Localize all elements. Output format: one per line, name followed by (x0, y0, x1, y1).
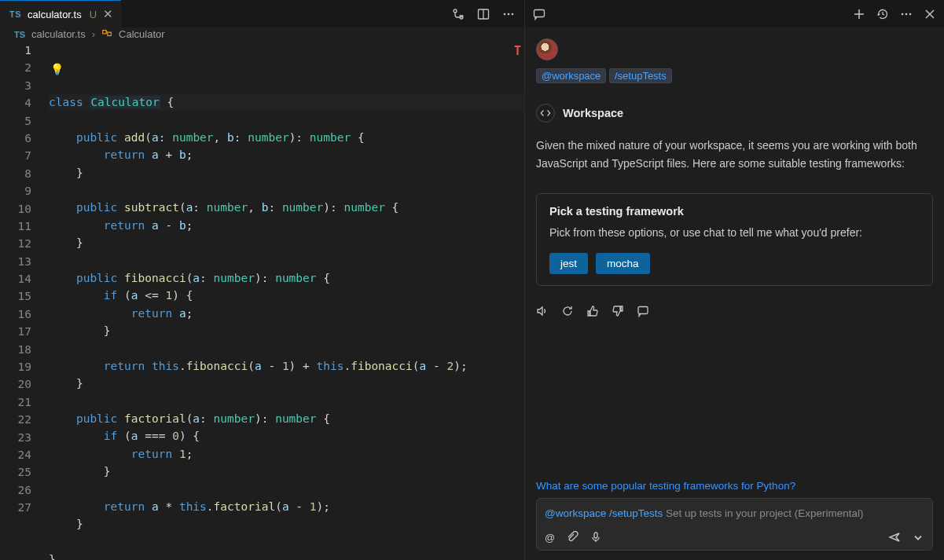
code-line[interactable]: if (a <= 1) { (49, 287, 524, 304)
lightbulb-icon[interactable]: 💡 (50, 60, 64, 78)
code-line[interactable]: return this.fibonacci(a - 1) + this.fibo… (49, 357, 524, 375)
typescript-icon: TS (9, 9, 21, 19)
svg-rect-8 (108, 32, 111, 35)
svg-point-14 (909, 13, 912, 15)
code-line[interactable]: public subtract(a: number, b: number): n… (49, 199, 524, 216)
history-icon[interactable] (876, 8, 889, 20)
attach-icon[interactable] (566, 531, 579, 544)
code-line[interactable]: return a - b; (49, 217, 524, 234)
coverage-indicator: T (514, 42, 521, 60)
code-line[interactable]: public fibonacci(a: number): number { (49, 269, 524, 287)
code-content[interactable]: 💡 class Calculator { public add(a: numbe… (49, 41, 524, 560)
code-line[interactable]: } (49, 164, 524, 181)
split-editor-icon[interactable] (477, 8, 490, 20)
code-line[interactable] (49, 533, 524, 551)
code-line[interactable] (49, 339, 524, 357)
more-actions-icon[interactable] (502, 8, 515, 20)
code-line[interactable] (49, 252, 524, 269)
close-icon[interactable]: ✕ (103, 7, 113, 21)
mic-icon[interactable] (590, 531, 602, 544)
code-line[interactable] (49, 481, 524, 498)
code-line[interactable]: } (49, 322, 524, 339)
editor-pane: TS calculator.ts U ✕ TS calculator.ts › … (0, 0, 524, 560)
code-line[interactable]: return a * this.factorial(a - 1); (49, 498, 524, 515)
mocha-button[interactable]: mocha (596, 253, 650, 274)
comment-feedback-icon[interactable] (637, 305, 649, 317)
card-title: Pick a testing framework (549, 205, 920, 218)
svg-rect-17 (638, 306, 648, 313)
chat-user-message (536, 38, 933, 60)
jest-button[interactable]: jest (549, 253, 588, 274)
code-line[interactable]: public factorial(a: number): number { (49, 410, 524, 427)
code-line[interactable] (49, 111, 524, 128)
code-line[interactable]: } (49, 551, 524, 560)
chat-agent-header: Workspace (536, 104, 933, 123)
code-line[interactable]: return a; (49, 305, 524, 322)
svg-point-0 (454, 9, 457, 13)
breadcrumb-file[interactable]: calculator.ts (31, 28, 86, 40)
svg-rect-18 (594, 533, 597, 538)
svg-rect-7 (103, 31, 106, 34)
chat-input[interactable]: @workspace /setupTests Set up tests in y… (536, 498, 933, 551)
code-line[interactable]: } (49, 463, 524, 480)
input-pill-workspace: @workspace (545, 507, 606, 519)
comment-icon[interactable] (533, 8, 545, 20)
card-text: Pick from these options, or use chat to … (549, 224, 920, 241)
tab-modified-indicator: U (90, 9, 97, 20)
code-line[interactable]: public add(a: number, b: number): number… (49, 129, 524, 146)
svg-point-5 (508, 13, 510, 15)
thumbs-down-icon[interactable] (612, 305, 624, 317)
svg-rect-9 (534, 9, 545, 16)
chat-toolbar (525, 0, 944, 27)
chat-body: @workspace /setupTests Workspace Given t… (525, 27, 944, 480)
code-line[interactable] (49, 393, 524, 410)
breadcrumb[interactable]: TS calculator.ts › Calculator (0, 27, 524, 41)
svg-point-12 (902, 13, 904, 15)
close-panel-icon[interactable] (924, 8, 936, 20)
code-line[interactable] (49, 181, 524, 199)
editor-tab-actions (452, 8, 524, 20)
chat-agent-name: Workspace (563, 107, 623, 119)
code-line[interactable]: if (a === 0) { (49, 427, 524, 445)
chat-input-placeholder: Set up tests in your project (Experiment… (666, 507, 863, 519)
editor-tabs-bar: TS calculator.ts U ✕ (0, 0, 524, 27)
svg-point-4 (504, 13, 506, 15)
chat-footer: What are some popular testing frameworks… (525, 480, 944, 560)
svg-point-13 (905, 13, 908, 15)
code-line[interactable]: } (49, 375, 524, 392)
new-chat-icon[interactable] (853, 8, 865, 20)
code-editor[interactable]: 1234567891011121314151617181920212223242… (0, 41, 524, 560)
compare-changes-icon[interactable] (452, 8, 465, 20)
chevron-right-icon: › (92, 28, 95, 40)
chat-pane: @workspace /setupTests Workspace Given t… (524, 0, 944, 560)
speaker-icon[interactable] (536, 305, 549, 317)
suggestion-link[interactable]: What are some popular testing frameworks… (536, 480, 933, 492)
chat-agent-text: Given the mixed nature of your workspace… (536, 137, 933, 173)
chat-feedback-row (536, 305, 933, 317)
send-icon[interactable] (888, 531, 901, 544)
mention-icon[interactable]: @ (545, 532, 555, 544)
more-icon[interactable] (900, 8, 913, 20)
thumbs-up-icon[interactable] (586, 305, 599, 317)
input-pill-setup-tests: /setupTests (609, 507, 663, 519)
code-line[interactable]: class Calculator { (49, 93, 524, 111)
pill-workspace[interactable]: @workspace (536, 68, 606, 83)
breadcrumb-symbol[interactable]: Calculator (119, 28, 165, 40)
code-icon (536, 104, 555, 123)
chat-input-text: @workspace /setupTests Set up tests in y… (545, 505, 924, 523)
line-number-gutter: 1234567891011121314151617181920212223242… (0, 41, 49, 560)
code-line[interactable]: } (49, 515, 524, 533)
code-line[interactable]: return a + b; (49, 146, 524, 163)
tab-filename: calculator.ts (28, 9, 82, 20)
user-avatar (536, 38, 558, 60)
code-line[interactable]: } (49, 234, 524, 251)
framework-card: Pick a testing framework Pick from these… (536, 193, 933, 285)
pill-setup-tests[interactable]: /setupTests (609, 68, 672, 83)
send-dropdown-icon[interactable] (912, 531, 924, 544)
tab-calculator[interactable]: TS calculator.ts U ✕ (0, 0, 121, 27)
retry-icon[interactable] (561, 305, 574, 317)
code-line[interactable]: return 1; (49, 445, 524, 463)
class-icon (101, 27, 112, 41)
typescript-icon: TS (14, 30, 25, 39)
svg-point-6 (512, 13, 514, 15)
